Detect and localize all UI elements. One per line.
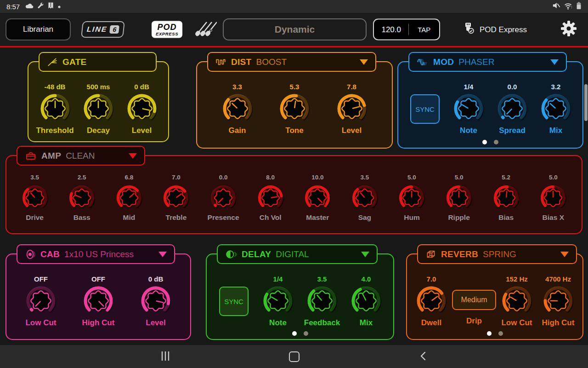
- knob-unit-dwell: 7.0 Dwell: [411, 275, 452, 328]
- knob-dwell[interactable]: [416, 286, 447, 318]
- knob-level[interactable]: [141, 286, 171, 318]
- reverb-block: REVERB SPRING 7.0 DwellMediumDrip152 Hz …: [406, 253, 583, 340]
- pager-dot[interactable]: [292, 331, 297, 336]
- cab-header[interactable]: CAB 1x10 US Princess: [17, 244, 175, 264]
- bpm-value[interactable]: 120.0: [374, 25, 408, 34]
- scrollbar[interactable]: [584, 84, 588, 121]
- pager-dot[interactable]: [487, 331, 492, 336]
- knob-bias-x[interactable]: [540, 184, 566, 213]
- knob-tone[interactable]: [279, 93, 310, 126]
- knob-bias[interactable]: [493, 184, 520, 213]
- home-button[interactable]: [284, 346, 304, 367]
- pod-express-logo: POD EXPRESS: [152, 21, 182, 38]
- preset-selector[interactable]: Dynamic: [223, 18, 367, 40]
- sync-button[interactable]: SYNC: [219, 287, 249, 316]
- knob-unit-low-cut: OFF Low Cut: [14, 275, 68, 328]
- knob-ripple[interactable]: [446, 184, 472, 213]
- tempo-control[interactable]: 120.0 TAP: [373, 19, 440, 40]
- knob-mid[interactable]: [116, 184, 142, 213]
- knob-label: Low Cut: [501, 318, 532, 328]
- knob-note[interactable]: [453, 93, 484, 126]
- knob-value: 6.8: [124, 174, 133, 183]
- knob-mix[interactable]: [541, 93, 571, 126]
- knob-feedback[interactable]: [307, 286, 337, 318]
- sync-unit: SYNC: [404, 83, 446, 124]
- knob-drive[interactable]: [22, 184, 48, 213]
- knob-level[interactable]: [127, 93, 157, 126]
- knob-note[interactable]: [263, 286, 293, 318]
- effects-panel: GATE -48 dB Threshold500 ms Decay0 dB Le…: [0, 47, 588, 345]
- knob-level[interactable]: [337, 93, 367, 126]
- knob-threshold[interactable]: [40, 93, 70, 126]
- knob-unit-ripple: 5.0 Ripple: [436, 174, 481, 222]
- dropdown-caret-icon[interactable]: [360, 59, 368, 65]
- knob-value: 7.8: [347, 83, 356, 92]
- amp-header[interactable]: AMP CLEAN: [17, 146, 145, 166]
- knob-bass[interactable]: [68, 184, 95, 213]
- tap-button[interactable]: TAP: [409, 26, 439, 34]
- mod-controls: SYNC1/4 Note0.0 Spread3.2 Mix: [398, 62, 582, 135]
- drip-label: Drip: [466, 316, 482, 326]
- knob-low-cut[interactable]: [502, 286, 532, 318]
- pager-dot[interactable]: [482, 140, 487, 144]
- knob-sag[interactable]: [351, 184, 378, 213]
- knob-mix[interactable]: [351, 286, 381, 318]
- knob-unit-high-cut: OFF High Cut: [72, 275, 125, 328]
- reverb-header[interactable]: REVERB SPRING: [417, 244, 577, 264]
- knob-unit-master: 10.0 Master: [295, 174, 340, 222]
- knob-label: Gain: [229, 126, 246, 135]
- knob-label: Level: [132, 126, 152, 135]
- knob-label: Ch Vol: [260, 213, 282, 222]
- knob-label: Dwell: [421, 318, 441, 328]
- dropdown-caret-icon[interactable]: [550, 59, 559, 65]
- knob-high-cut[interactable]: [83, 286, 113, 318]
- pager-dot[interactable]: [498, 331, 503, 336]
- dropdown-caret-icon[interactable]: [129, 153, 137, 159]
- knob-value: 5.0: [407, 174, 416, 183]
- knob-label: Mix: [549, 126, 562, 135]
- knob-label: Mix: [360, 318, 373, 328]
- dist-icon: [215, 57, 226, 68]
- drip-button[interactable]: Medium: [452, 290, 496, 310]
- knob-value: 500 ms: [87, 83, 110, 92]
- librarian-button[interactable]: Librarian: [6, 18, 71, 40]
- back-button[interactable]: [413, 346, 434, 367]
- knob-gain[interactable]: [222, 93, 253, 126]
- knob-label: Sag: [358, 213, 371, 222]
- status-bar: 8:57: [0, 0, 588, 13]
- guitars-icon[interactable]: [193, 19, 217, 40]
- knob-decay[interactable]: [83, 93, 113, 126]
- knob-spread[interactable]: [497, 93, 527, 126]
- knob-presence[interactable]: [210, 184, 237, 213]
- knob-low-cut[interactable]: [26, 286, 56, 318]
- toolbar: Librarian LINE 6 POD EXPRESS Dynamic 120…: [0, 13, 588, 46]
- dropdown-caret-icon[interactable]: [158, 252, 167, 257]
- knob-unit-low-cut: 152 Hz Low Cut: [496, 275, 537, 328]
- recents-button[interactable]: [155, 346, 175, 367]
- knob-value: 3.5: [30, 174, 39, 183]
- battery-icon: [576, 1, 582, 12]
- knob-label: Hum: [404, 213, 419, 222]
- settings-gear-icon[interactable]: [560, 20, 577, 39]
- knob-ch-vol[interactable]: [257, 184, 284, 213]
- knob-unit-presence: 0.0 Presence: [201, 174, 246, 222]
- delay-header[interactable]: DELAY DIGITAL: [217, 244, 378, 264]
- knob-master[interactable]: [304, 184, 331, 213]
- knob-value: 4.0: [362, 275, 371, 284]
- pager-dot[interactable]: [494, 140, 498, 144]
- knob-label: High Cut: [542, 318, 575, 328]
- mod-block: MOD PHASER SYNC1/4 Note0.0 Spread3.2 Mix: [397, 61, 583, 149]
- pager-dot[interactable]: [304, 331, 308, 336]
- dropdown-caret-icon[interactable]: [560, 252, 569, 257]
- knob-label: Note: [460, 126, 477, 135]
- knob-unit-mix: 3.2 Mix: [535, 83, 577, 135]
- sync-button[interactable]: SYNC: [410, 94, 440, 124]
- mod-header[interactable]: MOD PHASER: [408, 52, 567, 72]
- dist-header[interactable]: DIST BOOST: [207, 52, 376, 72]
- dropdown-caret-icon[interactable]: [361, 252, 369, 257]
- knob-label: Low Cut: [25, 318, 56, 328]
- knob-treble[interactable]: [163, 184, 189, 213]
- knob-hum[interactable]: [398, 184, 425, 213]
- knob-high-cut[interactable]: [543, 286, 573, 318]
- gate-header[interactable]: GATE: [39, 52, 157, 72]
